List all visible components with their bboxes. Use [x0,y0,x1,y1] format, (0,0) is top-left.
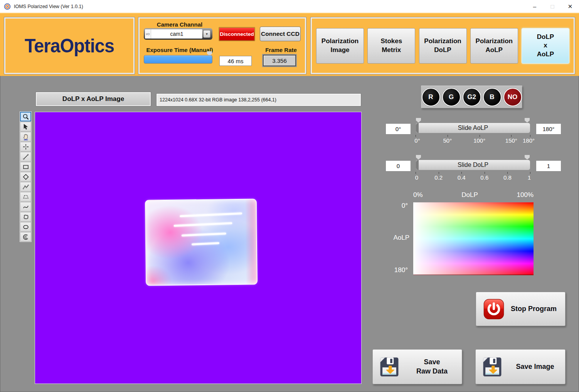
colormap-y-title: AoLP [384,234,409,242]
close-button[interactable]: ✕ [561,0,579,13]
connect-ccd-button[interactable]: Connect CCD [260,27,301,41]
colormap-y-max: 180° [382,266,408,274]
floppy-disk-icon [378,356,401,378]
view-tabs-panel: Polarization Image Stokes Metrix Polariz… [310,17,575,74]
colormap-x-title: DoLP [461,191,478,199]
image-info-bar: 1224x1024 0.68X 32-bit RGB image 138,2,2… [156,93,361,106]
image-title: DoLP x AoLP Image [35,92,151,106]
channel-no-button[interactable]: NO [503,88,522,106]
colormap-y-min: 0° [385,202,408,210]
frame-rate-value: 3.356 [263,55,296,66]
colormap-x-axis: 0% DoLP 100% [413,191,534,199]
annulus-tool-icon[interactable] [20,232,31,242]
app-window: IOMS Polarized View (Ver 1.0.1) – □ ✕ Te… [0,0,579,392]
camera-panel: Camera Channal I/O cam1 ▼ Disconnected C… [138,17,306,74]
sample-object [145,199,258,286]
exposure-slider[interactable] [144,55,212,64]
stop-program-button[interactable]: Stop Program [476,292,566,326]
aolp-slider-max-thumb[interactable] [525,118,530,123]
exposure-time-label: Exposure Time (Manual) [143,47,216,53]
tab-polarization-aolp[interactable]: Polarization AoLP [470,28,518,64]
channel-panel: R G G2 B NO [421,86,522,108]
zoom-tool-icon[interactable] [20,112,31,121]
tab-dolp-x-aolp[interactable]: DoLP x AoLP [522,28,569,64]
app-logo-icon [4,3,11,10]
line-tool-icon[interactable] [20,152,31,162]
aolp-slider-min-thumb[interactable] [416,118,421,123]
freehand-tool-icon[interactable] [20,212,31,222]
image-viewport[interactable] [35,112,362,384]
dolp-min-value[interactable]: 0 [385,160,411,172]
tab-polarization-dolp[interactable]: Polarization DoLP [419,28,467,64]
diamond-tool-icon[interactable] [20,172,31,182]
select-tool-icon[interactable] [20,122,31,131]
colormap-x-min: 0% [413,191,423,199]
logo-text: TeraOptics [25,34,114,57]
camera-channel-dropdown[interactable]: I/O cam1 ▼ [144,28,212,40]
crosshair-tool-icon[interactable] [20,142,31,151]
dolp-slider-label: Slide DoLP [458,162,488,168]
tool-palette [19,111,32,242]
minimize-button[interactable]: – [526,0,544,13]
stop-program-label: Stop Program [511,305,557,313]
dolp-slider-ticks: 0 0.2 0.4 0.6 0.8 1 [416,172,530,181]
dolp-aolp-colormap [413,202,534,275]
channel-g2-button[interactable]: G2 [463,88,481,106]
aolp-min-value[interactable]: 0° [385,123,411,135]
specular-streak [192,242,219,245]
specular-streak [173,222,232,227]
aolp-slider-ticks: 0° 50° 100° 150° 180° [416,135,530,144]
save-image-label: Save Image [509,362,561,371]
dolp-slider[interactable]: Slide DoLP [416,160,530,170]
specular-streak [182,232,226,236]
title-bar: IOMS Polarized View (Ver 1.0.1) – □ ✕ [0,0,579,13]
channel-r-button[interactable]: R [422,88,440,106]
dropdown-arrow-icon[interactable]: ▼ [203,30,210,38]
aolp-max-value[interactable]: 180° [536,123,561,135]
polygon-tool-icon[interactable] [20,192,31,202]
maximize-button[interactable]: □ [544,0,561,13]
curve-tool-icon[interactable] [20,202,31,212]
pan-hand-tool-icon[interactable] [20,132,31,141]
rectangle-tool-icon[interactable] [20,162,31,172]
channel-b-button[interactable]: B [483,88,502,106]
save-raw-data-button[interactable]: Save Raw Data [372,349,462,384]
floppy-disk-icon [481,356,503,378]
specular-streak [180,212,242,217]
dolp-slider-max-thumb[interactable] [525,155,530,160]
slider-min-cap [416,160,419,170]
camera-channel-value: cam1 [151,31,202,37]
tab-stokes-metrix[interactable]: Stokes Metrix [367,28,415,64]
save-image-button[interactable]: Save Image [475,349,566,384]
dolp-slider-min-thumb[interactable] [416,155,421,160]
logo-panel: TeraOptics [4,17,135,74]
dolp-max-value[interactable]: 1 [536,160,561,172]
window-title: IOMS Polarized View (Ver 1.0.1) [14,4,83,9]
slider-min-cap [416,123,419,133]
colormap-x-max: 100% [517,191,534,199]
ellipse-tool-icon[interactable] [20,222,31,232]
exposure-value[interactable]: 46 ms [219,56,252,66]
camera-channel-label: Camera Channal [143,21,216,28]
power-icon [483,298,505,320]
save-raw-data-label: Save Raw Data [406,358,458,376]
frame-rate-label: Frame Rate [262,47,300,53]
connection-status-indicator[interactable]: Disconnected [219,27,255,41]
header-band: TeraOptics Camera Channal I/O cam1 ▼ Dis… [0,13,579,76]
io-icon: I/O [145,29,151,39]
tab-polarization-image[interactable]: Polarization Image [316,28,364,64]
channel-g-button[interactable]: G [442,88,461,106]
aolp-slider-label: Slide AoLP [458,124,488,131]
aolp-slider[interactable]: Slide AoLP [416,123,530,133]
polyline-tool-icon[interactable] [20,182,31,192]
